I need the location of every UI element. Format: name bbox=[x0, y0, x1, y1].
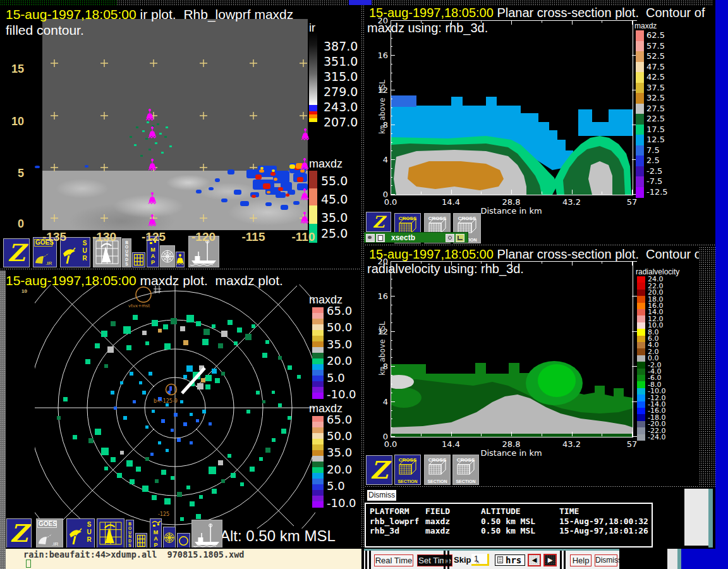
dismiss-button[interactable]: Dismiss bbox=[595, 554, 617, 566]
toolbar-button-xsect[interactable]: CROSSSECTION bbox=[424, 455, 451, 485]
status-dismiss-button[interactable]: Dismiss bbox=[366, 489, 397, 502]
toolbar-button-sur[interactable]: SUR bbox=[66, 518, 95, 548]
xsb-colorbar-band bbox=[637, 283, 645, 290]
toolbar-button-circle[interactable] bbox=[177, 533, 190, 549]
toolbar-button-bounds[interactable]: BOUNDS bbox=[122, 238, 131, 267]
xsb-colorbar-band bbox=[637, 309, 645, 316]
toolbar-button-gridradar[interactable] bbox=[97, 518, 124, 548]
ytick bbox=[391, 185, 392, 186]
toolbar-button-ship[interactable] bbox=[191, 520, 222, 549]
ppi-colorbar-value: 65.0 bbox=[327, 304, 352, 317]
toolbar-button-xsect[interactable]: CROSSSECTION bbox=[394, 455, 421, 485]
ppi-plot-quadrant[interactable]: 15-aug-1997,18:05:00 maxdz plot. maxdz p… bbox=[0, 271, 361, 549]
toolbar-button-goes[interactable]: GOES.IR bbox=[36, 518, 63, 548]
xst-colorbar-value: 12.5 bbox=[646, 135, 665, 144]
ppi-colorbar-band bbox=[312, 501, 324, 508]
toolbar-button-map[interactable]: MAP bbox=[150, 518, 162, 549]
x-axis-title: Distance in km bbox=[473, 448, 549, 458]
scrollbar-thumb[interactable] bbox=[684, 489, 708, 548]
toolbar-button-zebra[interactable]: Z bbox=[366, 212, 391, 232]
status-header: FIELD bbox=[425, 506, 450, 516]
ytick bbox=[391, 107, 392, 108]
terminal-window[interactable]: rain:beaufait:44>xdump.all 970815.1805.x… bbox=[6, 548, 361, 569]
ppi-colorbar-value: -10.0 bbox=[327, 496, 356, 510]
toolbar-button-zebra[interactable]: Z bbox=[6, 518, 32, 548]
xsb-colorbar-band bbox=[637, 355, 645, 362]
xsectb-doc-icon[interactable] bbox=[376, 234, 385, 242]
xtick bbox=[632, 261, 633, 266]
step-forward-button[interactable]: ▶ bbox=[543, 554, 557, 566]
web-icon bbox=[161, 246, 174, 267]
y-tick-label: 4 bbox=[374, 155, 388, 164]
xsectb-menu-icon[interactable] bbox=[366, 234, 375, 242]
ir-colorbar-value: 387.0 bbox=[324, 39, 358, 53]
ytick bbox=[391, 81, 392, 82]
ir-title-line2: filled contour. bbox=[6, 23, 84, 38]
xsectb-iconify-icon[interactable] bbox=[456, 234, 464, 242]
step-back-button[interactable]: ◀ bbox=[528, 554, 541, 566]
ppi-colorbar-value: 5.0 bbox=[327, 479, 345, 493]
status-cell: maxdz bbox=[425, 526, 450, 535]
y-tick-label: 16 bbox=[374, 291, 388, 301]
ir-colorbar-gradient bbox=[309, 32, 317, 105]
toolbar-button-web[interactable] bbox=[163, 527, 176, 549]
ir-ytick-label: 5 bbox=[5, 167, 24, 180]
grid-icon bbox=[133, 253, 145, 267]
svg-text:P: P bbox=[151, 259, 155, 266]
xst-colorbar-band bbox=[636, 114, 644, 125]
xsb-colorbar-band bbox=[637, 303, 645, 310]
xsectb-dot-icon[interactable] bbox=[446, 234, 454, 242]
terminal-cursor bbox=[26, 560, 31, 568]
xtick bbox=[511, 20, 512, 25]
ytick bbox=[391, 322, 392, 323]
xtick bbox=[511, 190, 512, 194]
goes-icon: GOES.IR bbox=[37, 519, 63, 548]
right-scroll-track[interactable] bbox=[699, 247, 715, 487]
toolbar-button-grid[interactable] bbox=[135, 533, 147, 549]
xsb-colorbar-band bbox=[637, 369, 645, 376]
xst-colorbar-band bbox=[636, 62, 644, 73]
toolbar-button-zebra[interactable]: Z bbox=[3, 238, 30, 267]
zebra-icon: Z bbox=[7, 519, 31, 548]
x-tick-label: 28.8 bbox=[496, 197, 526, 207]
svg-text:S: S bbox=[125, 262, 128, 266]
xsb-colorbar-band bbox=[637, 290, 645, 297]
toolbar-button-bounds[interactable]: BOUNDS bbox=[126, 520, 134, 548]
real-time-button[interactable]: Real Time bbox=[374, 554, 413, 566]
zebra-icon: Z bbox=[367, 456, 392, 484]
ytick bbox=[391, 331, 395, 332]
hrs-button[interactable]: hrs bbox=[495, 554, 525, 566]
xst-colorbar-value: 7.5 bbox=[646, 145, 660, 155]
ir-xtick-label: -130 bbox=[87, 230, 122, 244]
xtick bbox=[632, 432, 633, 436]
ir-colorbar-value: 315.0 bbox=[324, 70, 358, 83]
xsect-icon: CROSSSECTION bbox=[453, 455, 478, 484]
maxdz-colorbar-value: 35.0 bbox=[321, 211, 348, 224]
ytick bbox=[391, 314, 392, 314]
svg-text:A: A bbox=[154, 535, 158, 542]
svg-text:.IR: .IR bbox=[52, 541, 58, 547]
svg-text:Z: Z bbox=[8, 239, 28, 267]
xst-colorbar-band bbox=[636, 93, 644, 104]
xsb-colorbar-band bbox=[637, 342, 645, 349]
xtick bbox=[451, 432, 452, 436]
ppi-colorbar-value: 50.0 bbox=[327, 429, 352, 443]
xst-colorbar-band bbox=[636, 51, 644, 62]
toolbar-button-buoy[interactable] bbox=[176, 252, 185, 267]
status-cell: 15-Aug-97,18:01:26 bbox=[559, 526, 648, 535]
toolbar-button-web[interactable] bbox=[160, 245, 175, 267]
xtick bbox=[542, 20, 542, 23]
ytick-right bbox=[632, 261, 637, 262]
ytick bbox=[391, 168, 392, 169]
xtick bbox=[542, 192, 542, 194]
toolbar-button-xsect[interactable]: CROSSSECTION bbox=[452, 455, 479, 485]
toolbar-button-zebra[interactable]: Z bbox=[366, 455, 392, 485]
toolbar-button-grid[interactable] bbox=[132, 252, 145, 267]
ytick bbox=[391, 419, 392, 419]
xsectb-titlebar[interactable]: xsectb bbox=[364, 232, 468, 243]
scrollbar-teal-edge bbox=[708, 489, 713, 548]
skip-input[interactable]: 1^ bbox=[471, 554, 489, 566]
x-tick-label: 43.2 bbox=[557, 439, 587, 449]
xsb-colorbar-band bbox=[637, 427, 645, 434]
help-button[interactable]: Help bbox=[570, 554, 592, 566]
